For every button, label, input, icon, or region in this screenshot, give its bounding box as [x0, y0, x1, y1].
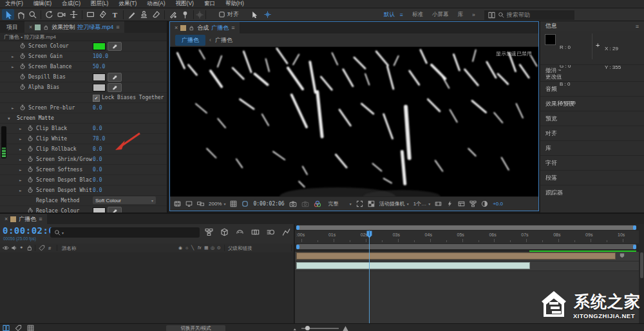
menu-item[interactable]: 编辑(E) — [33, 0, 52, 8]
property-value[interactable]: 100.0 — [93, 53, 108, 59]
panel-header-预览[interactable]: 预览 — [540, 111, 644, 126]
color-swatch[interactable] — [93, 43, 106, 50]
tab-composition[interactable]: × 合成 广播色 ≡ — [170, 22, 240, 33]
menu-item[interactable]: 帮助(H) — [225, 0, 244, 8]
property-value[interactable]: 0.0 — [93, 126, 102, 131]
stopwatch-icon[interactable] — [19, 53, 26, 59]
work-area-range[interactable] — [296, 244, 636, 249]
hand-tool[interactable] — [14, 9, 26, 20]
expander-icon[interactable]: ► — [12, 54, 14, 59]
panel-header-库[interactable]: 库 — [540, 140, 644, 155]
frame-blending-icon[interactable] — [251, 228, 260, 236]
time-ruler[interactable]: :00s01s02s03s04s05s06s07s08s09s10s — [295, 231, 639, 244]
menu-item[interactable]: 窗口 — [204, 0, 215, 8]
playhead-line[interactable] — [369, 231, 370, 323]
exposure-value[interactable]: +0.0 — [493, 201, 503, 207]
property-value[interactable]: 0.0 — [93, 177, 102, 183]
stopwatch-icon[interactable] — [27, 156, 33, 162]
zoom-slider-knob[interactable] — [305, 326, 310, 330]
timeline-zoom-control[interactable] — [292, 324, 350, 331]
workspace-overflow[interactable]: » — [472, 12, 475, 18]
color-swatch[interactable] — [93, 73, 106, 81]
stopwatch-icon[interactable] — [27, 135, 33, 142]
scroll-cap[interactable] — [633, 225, 636, 230]
property-value[interactable]: 0.0 — [93, 187, 102, 193]
switch-column-icon[interactable]: ◉ — [178, 245, 182, 251]
expander-icon[interactable]: ► — [19, 126, 22, 131]
mirror-viewer-icon[interactable] — [197, 200, 204, 207]
close-icon[interactable]: × — [175, 24, 178, 31]
eyedropper-button[interactable] — [108, 83, 122, 92]
menu-item[interactable]: 文件(F) — [5, 0, 23, 8]
layer-duration-bar[interactable] — [296, 252, 616, 260]
zoom-tool[interactable] — [26, 9, 39, 20]
type-tool[interactable]: T — [109, 9, 121, 20]
expander-icon[interactable]: ► — [19, 167, 22, 172]
expander-icon[interactable]: ► — [19, 178, 22, 182]
info-panel-header[interactable]: 信息 ≡ — [540, 21, 644, 31]
expander-icon[interactable]: ► — [19, 157, 22, 162]
expander-icon[interactable]: ► — [19, 137, 22, 141]
pixel-aspect-icon[interactable] — [435, 200, 442, 207]
close-icon[interactable]: × — [29, 24, 32, 30]
puppet-pin-tool[interactable] — [179, 9, 191, 20]
horizontal-scrollbar[interactable] — [295, 224, 639, 231]
graph-editor-icon[interactable] — [282, 228, 290, 236]
stopwatch-icon[interactable] — [27, 176, 33, 183]
workspace-switcher-icon[interactable] — [488, 12, 495, 19]
panel-menu-icon[interactable]: ≡ — [231, 24, 234, 31]
comp-mini-flowchart-icon[interactable] — [205, 228, 213, 236]
label-column-icon[interactable] — [39, 245, 45, 251]
layer-duration-bar[interactable] — [296, 262, 530, 269]
stopwatch-icon[interactable] — [19, 43, 26, 49]
region-of-interest-icon[interactable] — [356, 200, 363, 207]
panel-header-效果和预设[interactable]: 效果和预设 — [540, 96, 644, 111]
parent-link-column[interactable]: 父级和链接 — [228, 245, 252, 252]
expander-open-icon[interactable]: ▼ — [8, 116, 10, 120]
take-snapshot-icon[interactable] — [289, 200, 297, 208]
stopwatch-icon[interactable] — [27, 125, 33, 131]
expander-icon[interactable]: ► — [12, 64, 14, 69]
breadcrumb-active[interactable]: 广播色 — [175, 35, 205, 46]
stopwatch-icon[interactable] — [19, 63, 26, 70]
panel-header-段落[interactable]: 段落 — [540, 170, 644, 185]
camera-select[interactable]: 活动摄像机▾ — [379, 200, 409, 207]
motion-blur-icon[interactable] — [267, 228, 275, 236]
composition-view[interactable]: 显示加速已禁用 — [170, 47, 538, 196]
show-channel-icon[interactable] — [314, 200, 321, 208]
brush-tool[interactable] — [126, 9, 138, 20]
magnification-select[interactable]: 200%▾ — [209, 201, 225, 207]
panel-menu-icon[interactable]: ≡ — [39, 216, 42, 222]
timeline-button-icon[interactable] — [458, 200, 465, 207]
work-area-end-handle[interactable] — [633, 245, 636, 249]
stopwatch-icon[interactable] — [27, 146, 33, 152]
lock-icon[interactable] — [189, 25, 194, 31]
mask-visibility-icon[interactable] — [242, 200, 249, 207]
workspace-小屏幕[interactable]: 小屏幕 — [432, 11, 449, 19]
grid-guides-icon[interactable] — [230, 200, 237, 207]
camera-tool[interactable] — [55, 9, 68, 20]
property-value[interactable]: 50.0 — [93, 64, 105, 70]
hide-shy-layers-icon[interactable] — [236, 228, 244, 236]
number-column[interactable]: # — [48, 245, 51, 251]
flowchart-icon[interactable] — [469, 200, 477, 207]
menu-item[interactable]: 效果(T) — [118, 0, 137, 8]
resolution-select[interactable]: 完整▾ — [328, 200, 352, 207]
audio-column-icon[interactable] — [11, 245, 17, 251]
snap-checkbox-icon[interactable] — [218, 11, 225, 18]
switch-column-icon[interactable]: ╲ — [191, 245, 194, 251]
video-column-icon[interactable] — [3, 245, 9, 251]
fast-previews-icon[interactable] — [446, 200, 453, 207]
panel-header-跟踪器[interactable]: 跟踪器 — [540, 185, 644, 200]
menu-item[interactable]: 合成(C) — [62, 0, 80, 8]
motion-tracker-icon[interactable] — [196, 11, 204, 19]
preview-timecode[interactable]: 0:00:02:06 — [253, 201, 284, 207]
toggle-switches-modes-button[interactable]: 切换开关/模式 — [166, 325, 225, 331]
replace-method-dropdown[interactable]: Soft Colour▾ — [93, 196, 156, 204]
rotate-tool[interactable] — [43, 9, 55, 20]
menu-item[interactable]: 图层(L) — [91, 0, 108, 8]
stopwatch-icon[interactable] — [27, 187, 33, 193]
workspace-库[interactable]: 库 — [457, 11, 463, 19]
scrollbar-thumb[interactable] — [296, 225, 636, 230]
switch-column-icon[interactable]: ⊙ — [217, 245, 221, 251]
